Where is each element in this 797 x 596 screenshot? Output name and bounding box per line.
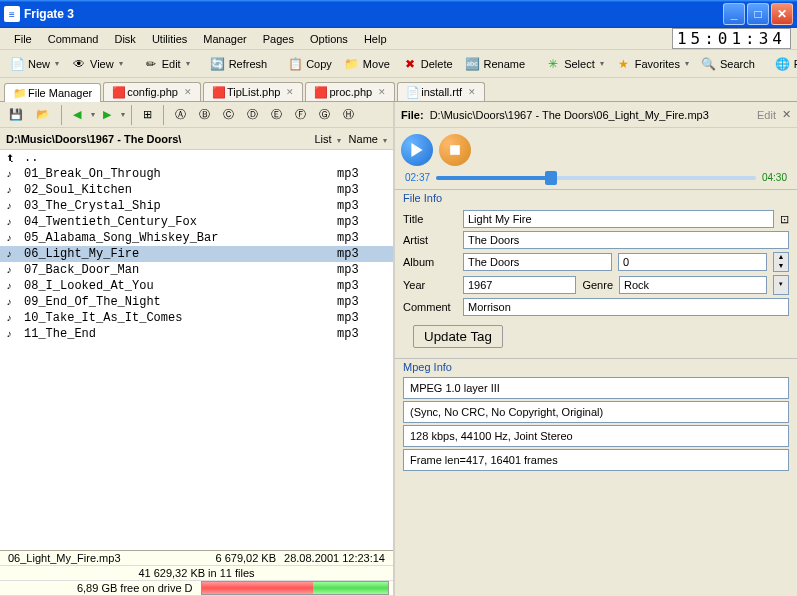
file-manager-panel: 💾 📂 ◀ ▾ ▶ ▾ ⊞ Ⓐ Ⓑ Ⓒ Ⓓ Ⓔ Ⓕ Ⓖ Ⓗ D:\Music\D… — [0, 102, 395, 596]
tab-close-icon[interactable]: ✕ — [184, 87, 192, 97]
menu-file[interactable]: File — [6, 31, 40, 47]
filter-a-icon[interactable]: Ⓐ — [170, 105, 191, 124]
file-row[interactable]: ♪10_Take_It_As_It_Comesmp3 — [0, 310, 393, 326]
delete-button[interactable]: ✖Delete — [397, 54, 458, 74]
tab-config-php[interactable]: 🟥config.php✕ — [103, 82, 201, 101]
filter-g-icon[interactable]: Ⓖ — [314, 105, 335, 124]
chevron-down-icon: ▾ — [685, 59, 689, 68]
folder-up-icon[interactable]: 📂 — [31, 106, 55, 123]
view-button[interactable]: 👁View▾ — [66, 54, 128, 74]
refresh-button[interactable]: 🔄Refresh — [205, 54, 273, 74]
progress-bar-row: 02:37 04:30 — [395, 172, 797, 189]
edit-link[interactable]: Edit — [757, 109, 776, 121]
tab-close-icon[interactable]: ✕ — [286, 87, 294, 97]
tab-proc-php[interactable]: 🟥proc.php✕ — [305, 82, 395, 101]
rename-button[interactable]: 🔤Rename — [460, 54, 531, 74]
copy-button[interactable]: 📋Copy — [282, 54, 337, 74]
edit-button[interactable]: ✏Edit▾ — [138, 54, 195, 74]
file-row[interactable]: ♪08_I_Looked_At_Yoump3 — [0, 278, 393, 294]
preview-panel: File: D:\Music\Doors\1967 - The Doors\06… — [395, 102, 797, 596]
file-row[interactable]: ♪03_The_Crystal_Shipmp3 — [0, 198, 393, 214]
file-ext: mp3 — [337, 247, 387, 261]
tag-icon[interactable]: ⊡ — [780, 213, 789, 226]
file-row[interactable]: ♪02_Soul_Kitchenmp3 — [0, 182, 393, 198]
track-spinner[interactable]: ▲▼ — [773, 252, 789, 272]
track-input[interactable] — [618, 253, 767, 271]
year-input[interactable] — [463, 276, 576, 294]
status-filesize: 6 679,02 KB — [212, 552, 281, 564]
file-row[interactable]: ♪07_Back_Door_Manmp3 — [0, 262, 393, 278]
stop-button[interactable] — [439, 134, 471, 166]
file-row[interactable]: ♪11_The_Endmp3 — [0, 326, 393, 342]
file-name: 03_The_Crystal_Ship — [24, 199, 337, 213]
menu-options[interactable]: Options — [302, 31, 356, 47]
menu-pages[interactable]: Pages — [255, 31, 302, 47]
file-icon: ♪ — [6, 217, 20, 228]
comment-label: Comment — [403, 301, 457, 313]
seek-bar[interactable] — [436, 176, 756, 180]
back-button[interactable]: ◀ — [68, 106, 86, 123]
menu-help[interactable]: Help — [356, 31, 395, 47]
view-icons[interactable]: ⊞ — [138, 106, 157, 123]
forward-button[interactable]: ▶ — [98, 106, 116, 123]
maximize-button[interactable]: □ — [747, 3, 769, 25]
player-controls — [395, 128, 797, 172]
file-ext: mp3 — [337, 327, 387, 341]
search-icon: 🔍 — [701, 56, 717, 72]
chevron-down-icon: ▾ — [186, 59, 190, 68]
ftp-button[interactable]: 🌐FTP — [770, 54, 797, 74]
album-input[interactable] — [463, 253, 612, 271]
file-row[interactable]: ♪01_Break_On_Throughmp3 — [0, 166, 393, 182]
close-preview-icon[interactable]: ✕ — [782, 108, 791, 121]
file-list[interactable]: ⮬..♪01_Break_On_Throughmp3♪02_Soul_Kitch… — [0, 150, 393, 550]
update-tag-button[interactable]: Update Tag — [413, 325, 503, 348]
search-button[interactable]: 🔍Search — [696, 54, 760, 74]
move-button[interactable]: 📁Move — [339, 54, 395, 74]
filter-c-icon[interactable]: Ⓒ — [218, 105, 239, 124]
artist-input[interactable] — [463, 231, 789, 249]
tab-tiplist-php[interactable]: 🟥TipList.php✕ — [203, 82, 303, 101]
sort-name[interactable]: Name ▾ — [349, 133, 387, 145]
main-area: 💾 📂 ◀ ▾ ▶ ▾ ⊞ Ⓐ Ⓑ Ⓒ Ⓓ Ⓔ Ⓕ Ⓖ Ⓗ D:\Music\D… — [0, 102, 797, 596]
menu-utilities[interactable]: Utilities — [144, 31, 195, 47]
favorites-button[interactable]: ★Favorites▾ — [611, 54, 694, 74]
genre-dropdown-icon[interactable]: ▾ — [773, 275, 789, 295]
tab-file-manager[interactable]: 📁File Manager — [4, 83, 101, 102]
file-name: 01_Break_On_Through — [24, 167, 337, 181]
window-title: Frigate 3 — [24, 7, 723, 21]
file-row[interactable]: ♪05_Alabama_Song_Whiskey_Barmp3 — [0, 230, 393, 246]
updir-row[interactable]: ⮬.. — [0, 150, 393, 166]
genre-select[interactable] — [619, 276, 767, 294]
select-button[interactable]: ✳Select▾ — [540, 54, 609, 74]
new-button[interactable]: 📄New▾ — [4, 54, 64, 74]
filter-e-icon[interactable]: Ⓔ — [266, 105, 287, 124]
comment-input[interactable] — [463, 298, 789, 316]
drive-icon[interactable]: 💾 — [4, 106, 28, 123]
minimize-button[interactable]: _ — [723, 3, 745, 25]
file-icon: ♪ — [6, 185, 20, 196]
file-ext: mp3 — [337, 199, 387, 213]
file-icon: ♪ — [6, 313, 20, 324]
tab-close-icon[interactable]: ✕ — [468, 87, 476, 97]
file-row[interactable]: ♪04_Twentieth_Century_Foxmp3 — [0, 214, 393, 230]
status-bar: 06_Light_My_Fire.mp3 6 679,02 KB 28.08.2… — [0, 550, 393, 596]
tab-close-icon[interactable]: ✕ — [378, 87, 386, 97]
ftp-icon: 🌐 — [775, 56, 791, 72]
tab-install-rtf[interactable]: 📄install.rtf✕ — [397, 82, 485, 101]
title-input[interactable] — [463, 210, 774, 228]
play-button[interactable] — [401, 134, 433, 166]
filter-h-icon[interactable]: Ⓗ — [338, 105, 359, 124]
album-label: Album — [403, 256, 457, 268]
filter-b-icon[interactable]: Ⓑ — [194, 105, 215, 124]
close-button[interactable]: ✕ — [771, 3, 793, 25]
file-row[interactable]: ♪06_Light_My_Firemp3 — [0, 246, 393, 262]
sort-list[interactable]: List ▾ — [314, 133, 340, 145]
file-row[interactable]: ♪09_End_Of_The_Nightmp3 — [0, 294, 393, 310]
menu-disk[interactable]: Disk — [106, 31, 143, 47]
menu-command[interactable]: Command — [40, 31, 107, 47]
file-ext: mp3 — [337, 215, 387, 229]
filter-f-icon[interactable]: Ⓕ — [290, 105, 311, 124]
filter-d-icon[interactable]: Ⓓ — [242, 105, 263, 124]
menu-manager[interactable]: Manager — [195, 31, 254, 47]
file-icon: ♪ — [6, 169, 20, 180]
